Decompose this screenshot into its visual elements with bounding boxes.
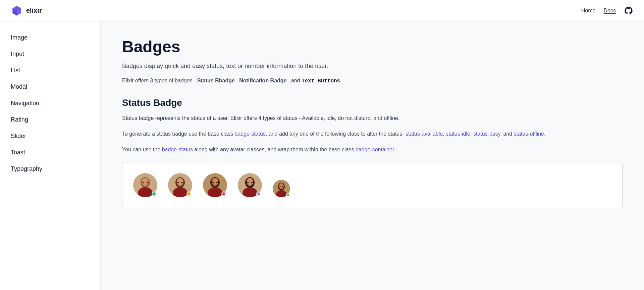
svg-point-11 xyxy=(181,182,183,184)
status-dot-busy xyxy=(221,192,226,196)
page-title: Badges xyxy=(122,38,623,56)
header: elixir Home Docs xyxy=(0,0,644,21)
avatar-1 xyxy=(133,173,157,197)
svg-point-4 xyxy=(143,182,144,184)
svg-point-17 xyxy=(216,182,218,184)
status-badge-para2: To generate a status badge use the base … xyxy=(122,129,623,138)
status-dot-available-1 xyxy=(152,192,156,196)
sidebar-item-input[interactable]: Input xyxy=(0,46,100,62)
avatar-4 xyxy=(238,173,262,197)
status-dot-offline xyxy=(256,192,261,196)
status-idle-link[interactable]: status-idle xyxy=(446,131,470,137)
page-subtitle: Badges display quick and easy status, te… xyxy=(122,61,623,71)
avatar-2 xyxy=(168,173,192,197)
badge-type-3-label: Text Buttons xyxy=(302,78,340,84)
github-icon[interactable] xyxy=(624,6,633,15)
sidebar-item-list[interactable]: List xyxy=(0,62,100,79)
svg-point-22 xyxy=(247,182,249,184)
badge-status-link-2[interactable]: badge-status xyxy=(162,147,193,152)
status-busy-link[interactable]: status-busy xyxy=(473,131,500,137)
sidebar-item-slider[interactable]: Slider xyxy=(0,128,100,144)
badge-types-intro: Elixir offers 3 types of badges - Status… xyxy=(122,78,623,84)
avatar-5 xyxy=(273,180,290,197)
badge-type-1-label: Status Bbadge xyxy=(197,78,235,83)
status-badge-desc: Status badge represents the status of a … xyxy=(122,114,623,123)
avatar-3 xyxy=(203,173,227,197)
sidebar-item-navigation[interactable]: Navigation xyxy=(0,95,100,112)
svg-point-29 xyxy=(282,186,283,187)
badge-status-link-1[interactable]: badge-status xyxy=(234,131,266,137)
status-dot-idle xyxy=(186,192,191,196)
badge-type-2-label: Notification Badge xyxy=(239,78,286,83)
status-offline-link[interactable]: status-offline xyxy=(514,131,544,137)
svg-point-10 xyxy=(177,182,179,184)
status-available-link[interactable]: status-available xyxy=(406,131,443,137)
demo-box xyxy=(122,162,623,208)
docs-nav-link[interactable]: Docs xyxy=(604,8,616,14)
status-badge-title: Status Badge xyxy=(122,97,623,108)
svg-point-5 xyxy=(147,182,148,184)
badge-container-link[interactable]: badge-container xyxy=(356,147,394,152)
sidebar-item-rating[interactable]: Rating xyxy=(0,112,100,128)
svg-point-23 xyxy=(251,182,253,184)
logo[interactable]: elixir xyxy=(11,5,42,17)
svg-point-28 xyxy=(280,186,281,187)
sidebar-item-image[interactable]: Image xyxy=(0,29,100,46)
logo-icon xyxy=(11,5,23,17)
header-nav: Home Docs xyxy=(581,6,633,15)
home-nav-link[interactable]: Home xyxy=(581,8,596,14)
sidebar-item-modal[interactable]: Modal xyxy=(0,79,100,95)
main-content: Badges Badges display quick and easy sta… xyxy=(101,21,644,290)
main-layout: Image Input List Modal Navigation Rating… xyxy=(0,21,644,290)
status-badge-para3: You can use the badge-status along with … xyxy=(122,145,623,154)
sidebar: Image Input List Modal Navigation Rating… xyxy=(0,21,101,290)
sidebar-item-toast[interactable]: Toast xyxy=(0,144,100,161)
svg-point-16 xyxy=(212,182,214,184)
logo-text: elixir xyxy=(26,7,42,14)
status-dot-available-2 xyxy=(286,193,290,197)
sidebar-item-typography[interactable]: Typography xyxy=(0,161,100,177)
